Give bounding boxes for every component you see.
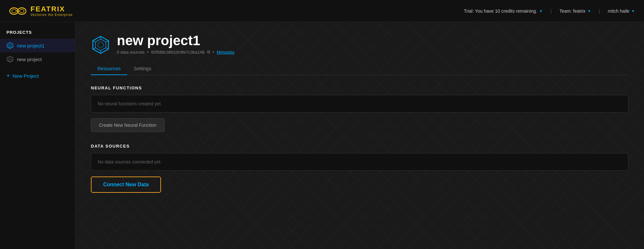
svg-marker-6 [8, 44, 12, 48]
new-project-button[interactable]: + New Project [0, 68, 75, 84]
copy-icon[interactable]: ⧉ [207, 49, 210, 55]
header-divider-1: | [551, 8, 552, 14]
project-datasources-count: 0 data sources [117, 50, 144, 55]
svg-marker-9 [8, 58, 12, 62]
create-neural-function-button[interactable]: Create New Neural Function [91, 118, 165, 132]
sidebar-project-icon-active [6, 42, 14, 49]
tab-settings[interactable]: Settings [127, 62, 158, 75]
data-sources-empty: No data sources connected yet. [91, 153, 628, 171]
project-meta: 0 data sources • 65f586c38010c9fe7c3ba14… [117, 49, 628, 55]
meta-dot-2: • [213, 50, 214, 55]
svg-point-3 [19, 9, 24, 13]
logo-title: FEATRIX [31, 6, 73, 13]
svg-marker-8 [7, 56, 13, 62]
tab-resources[interactable]: Resources [91, 62, 127, 75]
sidebar-item-new-project[interactable]: new project [0, 52, 75, 66]
data-sources-title: DATA SOURCES [91, 144, 628, 149]
main-layout: PROJECTS new project1 new project + New … [0, 22, 644, 249]
svg-point-2 [12, 9, 16, 13]
svg-point-10 [9, 59, 11, 60]
sidebar-label-new-project1: new project1 [17, 43, 44, 48]
team-dropdown-icon: ▼ [588, 9, 591, 13]
project-title: new project1 [117, 34, 628, 47]
plus-icon: + [6, 72, 10, 79]
svg-marker-13 [98, 42, 103, 48]
svg-marker-12 [95, 39, 106, 51]
neural-functions-empty: No neural functions created yet. [91, 95, 628, 112]
logo-text: FEATRIX Vectorize the Enterprise [31, 6, 73, 17]
sidebar-project-icon-inactive [6, 56, 14, 63]
logo-area: FEATRIX Vectorize the Enterprise [9, 4, 73, 18]
team-info[interactable]: Team: featrix ▼ [560, 8, 591, 14]
header-divider-2: | [599, 8, 600, 14]
project-info: new project1 0 data sources • 65f586c380… [117, 34, 628, 55]
content-area: new project1 0 data sources • 65f586c380… [75, 22, 644, 249]
project-id: 65f586c38010c9fe7c3ba148 [151, 50, 204, 55]
connect-new-data-button[interactable]: Connect New Data [91, 177, 161, 193]
user-dropdown-icon: ▼ [631, 9, 635, 13]
project-hex-icon [91, 35, 110, 55]
header-right: Trial: You have 10 credits remaining. ▼ … [464, 8, 635, 14]
metadata-link[interactable]: Metadata [217, 50, 234, 55]
logo-icon [9, 4, 27, 18]
trial-info[interactable]: Trial: You have 10 credits remaining. ▼ [464, 8, 543, 14]
new-project-label: New Project [13, 73, 39, 79]
main-content: new project1 0 data sources • 65f586c380… [75, 22, 644, 249]
project-header: new project1 0 data sources • 65f586c380… [91, 34, 628, 55]
meta-dot-1: • [147, 50, 149, 55]
logo-subtitle: Vectorize the Enterprise [31, 13, 73, 17]
svg-point-7 [9, 45, 11, 46]
trial-dropdown-icon: ▼ [539, 9, 543, 13]
neural-functions-title: NEURAL FUNCTIONS [91, 85, 628, 90]
sidebar-label-new-project: new project [17, 57, 42, 62]
sidebar-item-new-project1[interactable]: new project1 [0, 39, 75, 52]
svg-marker-5 [7, 43, 13, 48]
top-header: FEATRIX Vectorize the Enterprise Trial: … [0, 0, 644, 22]
sidebar: PROJECTS new project1 new project + New … [0, 22, 75, 249]
sidebar-section-title: PROJECTS [0, 30, 75, 39]
tabs: Resources Settings [91, 62, 628, 75]
user-info[interactable]: mitch haile ▼ [608, 8, 635, 14]
